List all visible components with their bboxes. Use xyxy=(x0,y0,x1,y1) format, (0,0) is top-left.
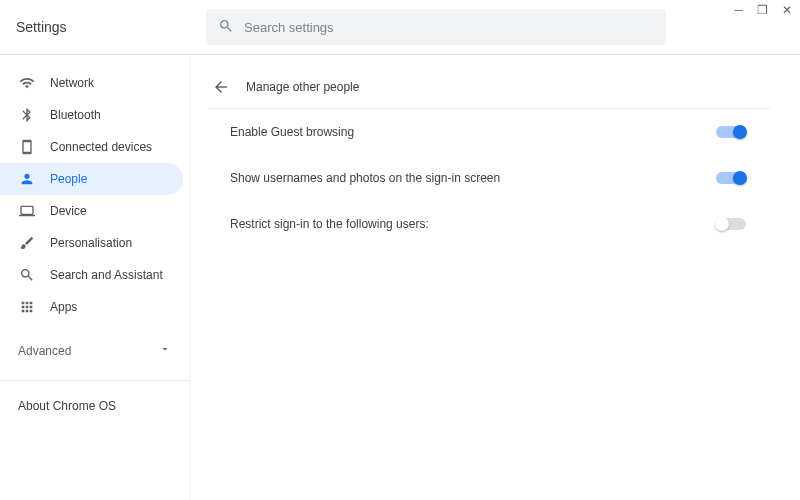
toggle-guest-browsing[interactable] xyxy=(716,126,746,138)
bluetooth-icon xyxy=(18,107,36,123)
chevron-down-icon xyxy=(159,343,171,358)
brush-icon xyxy=(18,235,36,251)
sidebar-item-label: Connected devices xyxy=(50,140,152,154)
wifi-icon xyxy=(18,75,36,91)
setting-restrict-signin: Restrict sign-in to the following users: xyxy=(208,201,770,247)
sidebar-item-people[interactable]: People xyxy=(0,163,183,195)
sidebar-item-label: Bluetooth xyxy=(50,108,101,122)
sidebar-divider xyxy=(0,380,189,381)
setting-label: Restrict sign-in to the following users: xyxy=(230,217,429,231)
advanced-toggle[interactable]: Advanced xyxy=(0,329,189,372)
toggle-show-usernames[interactable] xyxy=(716,172,746,184)
sidebar-item-label: Search and Assistant xyxy=(50,268,163,282)
search-box[interactable] xyxy=(206,9,666,45)
search-input[interactable] xyxy=(244,20,654,35)
back-button[interactable] xyxy=(212,78,230,96)
search-small-icon xyxy=(18,267,36,283)
sidebar-item-personalisation[interactable]: Personalisation xyxy=(0,227,183,259)
sidebar-item-label: Device xyxy=(50,204,87,218)
sidebar-item-apps[interactable]: Apps xyxy=(0,291,183,323)
setting-label: Show usernames and photos on the sign-in… xyxy=(230,171,500,185)
sidebar-item-search-assistant[interactable]: Search and Assistant xyxy=(0,259,183,291)
sidebar: Network Bluetooth Connected devices Peop… xyxy=(0,55,190,500)
sidebar-item-device[interactable]: Device xyxy=(0,195,183,227)
close-button[interactable]: ✕ xyxy=(782,4,792,16)
sidebar-item-connected-devices[interactable]: Connected devices xyxy=(0,131,183,163)
about-label: About Chrome OS xyxy=(18,399,116,413)
setting-guest-browsing: Enable Guest browsing xyxy=(208,109,770,155)
apps-icon xyxy=(18,299,36,315)
sidebar-item-label: Network xyxy=(50,76,94,90)
window-controls: ─ ❐ ✕ xyxy=(734,4,792,16)
sidebar-item-network[interactable]: Network xyxy=(0,67,183,99)
page-header: Manage other people xyxy=(208,65,770,109)
maximize-button[interactable]: ❐ xyxy=(757,4,768,16)
minimize-button[interactable]: ─ xyxy=(734,4,743,16)
toggle-restrict-signin[interactable] xyxy=(716,218,746,230)
phone-icon xyxy=(18,139,36,155)
about-link[interactable]: About Chrome OS xyxy=(0,389,189,423)
page-title: Manage other people xyxy=(246,80,359,94)
sidebar-item-bluetooth[interactable]: Bluetooth xyxy=(0,99,183,131)
arrow-left-icon xyxy=(212,78,230,96)
sidebar-item-label: People xyxy=(50,172,87,186)
laptop-icon xyxy=(18,203,36,219)
search-icon xyxy=(218,18,234,37)
app-title: Settings xyxy=(16,19,206,35)
person-icon xyxy=(18,171,36,187)
setting-label: Enable Guest browsing xyxy=(230,125,354,139)
sidebar-item-label: Apps xyxy=(50,300,77,314)
advanced-label: Advanced xyxy=(18,344,71,358)
setting-show-usernames: Show usernames and photos on the sign-in… xyxy=(208,155,770,201)
sidebar-item-label: Personalisation xyxy=(50,236,132,250)
app-header: Settings xyxy=(0,0,800,55)
main-content: Manage other people Enable Guest browsin… xyxy=(190,55,800,500)
